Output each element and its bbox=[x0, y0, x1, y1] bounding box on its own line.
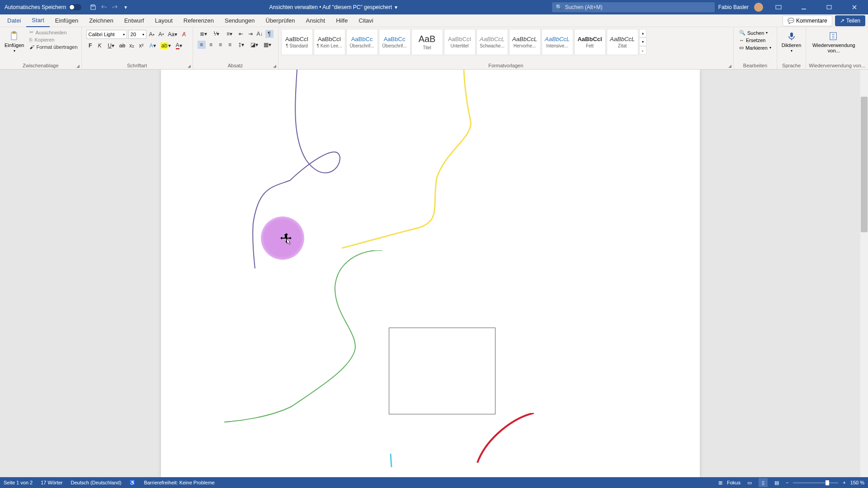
style-heading1[interactable]: AaBbCcÜberschrif... bbox=[346, 29, 378, 55]
grow-font-button[interactable]: A▴ bbox=[148, 30, 156, 38]
bold-button[interactable]: F bbox=[86, 42, 94, 50]
format-painter-button[interactable]: 🖌Format übertragen bbox=[28, 44, 78, 50]
increase-indent-button[interactable]: ⇥ bbox=[246, 30, 255, 38]
zoom-level[interactable]: 150 % bbox=[850, 480, 864, 485]
styles-gallery[interactable]: AaBbCcI¶ Standard AaBbCcI¶ Kein Lee... A… bbox=[281, 29, 646, 55]
replace-button[interactable]: ↔Ersetzen bbox=[739, 38, 771, 43]
tab-layout[interactable]: Layout bbox=[150, 14, 178, 27]
autosave-toggle[interactable]: Automatisches Speichern bbox=[0, 4, 86, 10]
style-strong[interactable]: AaBbCcIFett bbox=[574, 29, 606, 55]
tab-help[interactable]: Hilfe bbox=[330, 14, 353, 27]
clipboard-launcher-icon[interactable]: ◢ bbox=[76, 64, 80, 68]
user-name[interactable]: Fabio Basler bbox=[718, 4, 749, 10]
highlight-button[interactable]: ab▾ bbox=[160, 42, 172, 50]
tab-references[interactable]: Referenzen bbox=[178, 14, 219, 27]
ink-stroke-red[interactable] bbox=[468, 413, 559, 467]
tab-view[interactable]: Ansicht bbox=[301, 14, 331, 27]
select-button[interactable]: ▭Markieren▾ bbox=[739, 45, 771, 51]
decrease-indent-button[interactable]: ⇤ bbox=[237, 30, 245, 38]
ribbon-display-icon[interactable] bbox=[769, 0, 788, 14]
share-button[interactable]: ↗Teilen bbox=[835, 15, 865, 26]
line-spacing-button[interactable]: ‡▾ bbox=[236, 41, 247, 49]
dictate-button[interactable]: Diktieren ▾ bbox=[780, 29, 803, 55]
paste-button[interactable]: Einfügen ▾ bbox=[3, 29, 26, 55]
style-subtitle[interactable]: AaBbCcIUntertitel bbox=[444, 29, 476, 55]
tab-design[interactable]: Entwurf bbox=[119, 14, 150, 27]
web-layout-icon[interactable]: ▤ bbox=[772, 478, 781, 487]
undo-icon[interactable] bbox=[100, 4, 108, 11]
tab-draw[interactable]: Zeichnen bbox=[84, 14, 118, 27]
style-subtle-emphasis[interactable]: AaBbCcLSchwache... bbox=[476, 29, 508, 55]
style-standard[interactable]: AaBbCcI¶ Standard bbox=[281, 29, 313, 55]
ink-stroke-yellow[interactable] bbox=[337, 70, 491, 259]
italic-button[interactable]: K bbox=[96, 42, 104, 50]
read-mode-icon[interactable]: ▭ bbox=[745, 478, 754, 487]
ink-stroke-green[interactable] bbox=[224, 250, 387, 431]
styles-scroll[interactable]: ▴▾⌄ bbox=[639, 29, 646, 55]
reuse-files-button[interactable]: Wiederverwendung von... bbox=[809, 29, 859, 55]
find-button[interactable]: 🔍Suchen▾ bbox=[739, 30, 771, 36]
zoom-in-icon[interactable]: + bbox=[843, 480, 845, 485]
tab-review[interactable]: Überprüfen bbox=[260, 14, 301, 27]
justify-button[interactable]: ≡ bbox=[226, 41, 234, 49]
font-launcher-icon[interactable]: ◢ bbox=[188, 64, 191, 68]
superscript-button[interactable]: x² bbox=[137, 42, 146, 50]
maximize-icon[interactable] bbox=[819, 0, 839, 14]
page-indicator[interactable]: Seite 1 von 2 bbox=[4, 480, 33, 485]
style-nospacing[interactable]: AaBbCcI¶ Kein Lee... bbox=[314, 29, 345, 55]
style-emphasis[interactable]: AaBbCcLHervorhe... bbox=[509, 29, 541, 55]
toggle-switch[interactable] bbox=[69, 4, 81, 10]
style-intense-emphasis[interactable]: AaBbCcLIntensive... bbox=[542, 29, 573, 55]
tab-insert[interactable]: Einfügen bbox=[50, 14, 84, 27]
bullets-button[interactable]: ≣▾ bbox=[198, 30, 209, 38]
save-icon[interactable] bbox=[90, 4, 97, 11]
page-canvas[interactable] bbox=[161, 70, 700, 477]
change-case-button[interactable]: Aa▾ bbox=[167, 30, 179, 38]
underline-button[interactable]: U▾ bbox=[105, 42, 117, 50]
tab-citavi[interactable]: Citavi bbox=[353, 14, 379, 27]
print-layout-icon[interactable]: ▯ bbox=[759, 478, 768, 487]
subscript-button[interactable]: x₂ bbox=[128, 42, 136, 50]
tab-start[interactable]: Start bbox=[26, 14, 49, 27]
numbering-button[interactable]: ⅟▾ bbox=[211, 30, 222, 38]
ink-stroke-cyan[interactable] bbox=[387, 454, 396, 472]
text-effects-button[interactable]: A▾ bbox=[147, 42, 159, 50]
align-right-button[interactable]: ≡ bbox=[217, 41, 225, 49]
zoom-slider[interactable] bbox=[793, 482, 838, 483]
display-settings-icon[interactable]: ⊞ bbox=[718, 480, 722, 486]
minimize-icon[interactable] bbox=[794, 0, 814, 14]
styles-expand-icon[interactable]: ⌄ bbox=[639, 46, 646, 55]
shading-button[interactable]: ◪▾ bbox=[249, 41, 260, 49]
font-size-select[interactable]: 20▾ bbox=[128, 30, 146, 39]
align-left-button[interactable]: ≡ bbox=[198, 41, 206, 49]
redo-icon[interactable] bbox=[111, 4, 118, 11]
font-name-select[interactable]: Calibri Light▾ bbox=[86, 30, 127, 39]
zoom-out-icon[interactable]: − bbox=[786, 480, 788, 485]
style-title[interactable]: AaBTitel bbox=[411, 29, 443, 55]
shrink-font-button[interactable]: A▾ bbox=[157, 30, 165, 38]
clear-format-button[interactable]: A̸ bbox=[180, 30, 188, 38]
paragraph-launcher-icon[interactable]: ◢ bbox=[273, 64, 276, 68]
style-heading2[interactable]: AaBbCcÜberschrif... bbox=[379, 29, 410, 55]
scroll-down-icon[interactable]: ▾ bbox=[639, 38, 646, 46]
language-indicator[interactable]: Deutsch (Deutschland) bbox=[71, 480, 122, 485]
borders-button[interactable]: ▦▾ bbox=[262, 41, 274, 49]
scroll-up-icon[interactable]: ▴ bbox=[639, 29, 646, 38]
qat-dropdown-icon[interactable]: ▾ bbox=[122, 4, 129, 11]
tab-mailings[interactable]: Sendungen bbox=[219, 14, 260, 27]
sort-button[interactable]: A↓ bbox=[256, 30, 264, 38]
align-center-button[interactable]: ≡ bbox=[207, 41, 215, 49]
comments-button[interactable]: 💬Kommentare bbox=[783, 15, 832, 26]
search-box[interactable]: 🔍 Suchen (Alt+M) bbox=[552, 2, 715, 12]
strikethrough-button[interactable]: ab bbox=[118, 42, 127, 50]
multilevel-button[interactable]: ≡▾ bbox=[224, 30, 236, 38]
styles-launcher-icon[interactable]: ◢ bbox=[728, 64, 731, 68]
word-count[interactable]: 17 Wörter bbox=[41, 480, 62, 485]
user-avatar[interactable] bbox=[754, 3, 763, 12]
title-dropdown-icon[interactable]: ▾ bbox=[395, 4, 397, 10]
accessibility-status[interactable]: Barrierefreiheit: Keine Probleme bbox=[144, 480, 215, 485]
rectangle-shape[interactable] bbox=[389, 328, 495, 414]
close-icon[interactable] bbox=[844, 0, 864, 14]
vertical-scrollbar[interactable] bbox=[860, 70, 868, 477]
style-quote[interactable]: AaBbCcLZitat bbox=[607, 29, 638, 55]
